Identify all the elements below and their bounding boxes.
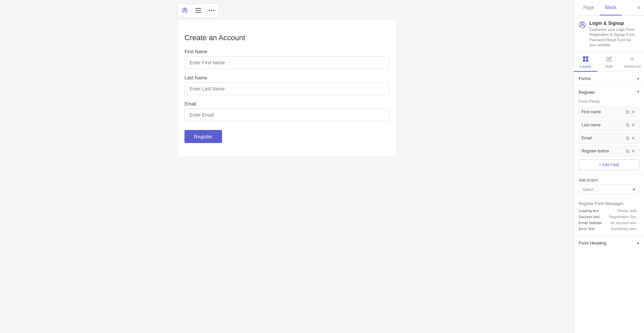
plugin-info: Login & Signup Customize your Login Form… bbox=[589, 20, 639, 48]
message-row-loading: Loading text Please wait... bbox=[579, 209, 639, 213]
form-title: Create an Account bbox=[184, 34, 389, 42]
field-firstname-label: First-name bbox=[582, 110, 625, 114]
field-email-copy-btn[interactable]: ⧉ bbox=[625, 135, 630, 141]
loading-text-key: Loading text bbox=[579, 209, 605, 213]
tab-page[interactable]: Page bbox=[578, 0, 600, 15]
email-group: Email bbox=[184, 101, 389, 121]
field-item-lastname: Last-name ⧉ ✕ bbox=[579, 120, 639, 131]
svg-point-7 bbox=[213, 10, 215, 11]
svg-rect-4 bbox=[195, 12, 201, 13]
form-heading-section[interactable]: Form Heading ▾ bbox=[574, 236, 644, 250]
sub-tab-advanced[interactable]: Advanced bbox=[621, 53, 644, 72]
field-firstname-copy-btn[interactable]: ⧉ bbox=[625, 109, 630, 115]
svg-rect-13 bbox=[586, 59, 588, 62]
advanced-icon bbox=[630, 56, 635, 63]
panel-close-btn[interactable]: × bbox=[637, 4, 641, 11]
svg-point-8 bbox=[581, 22, 583, 25]
right-panel: Page Block × Login & Signup Customize yo… bbox=[574, 0, 644, 333]
svg-rect-11 bbox=[586, 56, 588, 59]
add-action-select[interactable]: Select... bbox=[579, 185, 639, 195]
svg-point-14 bbox=[632, 58, 633, 60]
register-section-header[interactable]: Register ▴ bbox=[574, 86, 644, 99]
add-field-button[interactable]: + Add Field bbox=[579, 159, 639, 170]
field-item-firstname: First-name ⧉ ✕ bbox=[579, 107, 639, 118]
toolbar-user-btn[interactable] bbox=[178, 4, 192, 17]
svg-rect-2 bbox=[195, 8, 201, 9]
first-name-group: First Name bbox=[184, 49, 389, 69]
field-lastname-label: Last-name bbox=[582, 123, 625, 127]
messages-label: Register Form Messages bbox=[579, 201, 639, 206]
forms-section: Forms ▾ bbox=[574, 72, 644, 86]
last-name-label: Last Name bbox=[184, 75, 389, 80]
message-row-email-validate: Email Validate An account alre... bbox=[579, 221, 639, 225]
message-row-error: Error Text Something wen... bbox=[579, 227, 639, 231]
canvas-area: Create an Account First Name Last Name E… bbox=[0, 0, 574, 333]
svg-point-6 bbox=[211, 10, 212, 11]
form-heading-chevron-icon: ▾ bbox=[637, 241, 639, 246]
plugin-icon bbox=[579, 21, 586, 30]
svg-point-0 bbox=[184, 8, 186, 10]
register-section: Register ▴ Form Fields First-name ⧉ ✕ La… bbox=[574, 86, 644, 175]
add-action-label: Add Action bbox=[579, 178, 639, 183]
register-section-label: Register bbox=[579, 90, 595, 95]
sub-tab-style-label: Style bbox=[605, 64, 613, 68]
field-register-btn-delete-btn[interactable]: ✕ bbox=[630, 148, 636, 154]
form-heading-label: Form Heading bbox=[579, 241, 606, 246]
first-name-label: First Name bbox=[184, 49, 389, 54]
loading-text-val: Please wait... bbox=[607, 209, 639, 213]
widget-toolbar bbox=[178, 3, 219, 17]
sub-tab-style[interactable]: Style bbox=[597, 53, 621, 72]
plugin-header: Login & Signup Customize your Login Form… bbox=[574, 16, 644, 53]
svg-point-5 bbox=[209, 10, 210, 11]
first-name-input[interactable] bbox=[184, 56, 389, 69]
success-text-key: Success text bbox=[579, 215, 605, 219]
sub-tab-layout[interactable]: Layout bbox=[574, 53, 597, 72]
field-email-delete-btn[interactable]: ✕ bbox=[630, 135, 636, 141]
sub-tab-advanced-label: Advanced bbox=[624, 64, 641, 68]
toolbar-more-btn[interactable] bbox=[205, 4, 218, 17]
success-text-val: Registration Suc... bbox=[607, 215, 639, 219]
layout-icon bbox=[583, 56, 588, 63]
add-action-section: Add Action Select... bbox=[574, 175, 644, 198]
last-name-input[interactable] bbox=[184, 82, 389, 95]
message-row-success: Success text Registration Suc... bbox=[579, 215, 639, 219]
field-item-email: Email ⧉ ✕ bbox=[579, 133, 639, 144]
email-label: Email bbox=[184, 101, 389, 107]
sub-tabs: Layout Style Advanced bbox=[574, 53, 644, 72]
tab-block[interactable]: Block bbox=[600, 0, 622, 15]
panel-tabs: Page Block × bbox=[574, 0, 644, 16]
toolbar-menu-btn[interactable] bbox=[192, 4, 205, 17]
register-section-body: Form Fields First-name ⧉ ✕ Last-name ⧉ ✕… bbox=[574, 99, 644, 174]
svg-rect-12 bbox=[583, 59, 585, 62]
plugin-desc: Customize your Login Form, Registration … bbox=[589, 27, 639, 48]
svg-rect-10 bbox=[583, 56, 585, 59]
field-email-label: Email bbox=[582, 136, 625, 140]
plugin-title: Login & Signup bbox=[589, 20, 639, 26]
sub-tab-layout-label: Layout bbox=[580, 64, 591, 68]
email-validate-val: An account alre... bbox=[607, 221, 639, 225]
error-text-key: Error Text bbox=[579, 227, 605, 231]
field-register-button-label: Register-button bbox=[582, 149, 625, 153]
error-text-val: Something wen... bbox=[607, 227, 639, 231]
field-lastname-delete-btn[interactable]: ✕ bbox=[630, 122, 636, 128]
style-icon bbox=[606, 56, 612, 63]
field-firstname-delete-btn[interactable]: ✕ bbox=[630, 109, 636, 115]
register-button[interactable]: Register bbox=[184, 130, 222, 143]
svg-rect-3 bbox=[195, 10, 201, 11]
forms-chevron-icon: ▾ bbox=[637, 76, 639, 81]
field-item-register-button: Register-button ⧉ ✕ bbox=[579, 146, 639, 157]
register-form-messages: Register Form Messages Loading text Plea… bbox=[574, 198, 644, 236]
last-name-group: Last Name bbox=[184, 75, 389, 95]
email-input[interactable] bbox=[184, 109, 389, 121]
email-validate-key: Email Validate bbox=[579, 221, 605, 225]
field-lastname-copy-btn[interactable]: ⧉ bbox=[625, 122, 630, 128]
form-fields-label: Form Fields bbox=[579, 99, 639, 104]
field-register-btn-copy-btn[interactable]: ⧉ bbox=[625, 148, 630, 154]
forms-section-label: Forms bbox=[579, 76, 591, 81]
form-widget: Create an Account First Name Last Name E… bbox=[178, 20, 396, 156]
register-chevron-icon: ▴ bbox=[637, 90, 639, 95]
forms-section-header[interactable]: Forms ▾ bbox=[574, 72, 644, 85]
